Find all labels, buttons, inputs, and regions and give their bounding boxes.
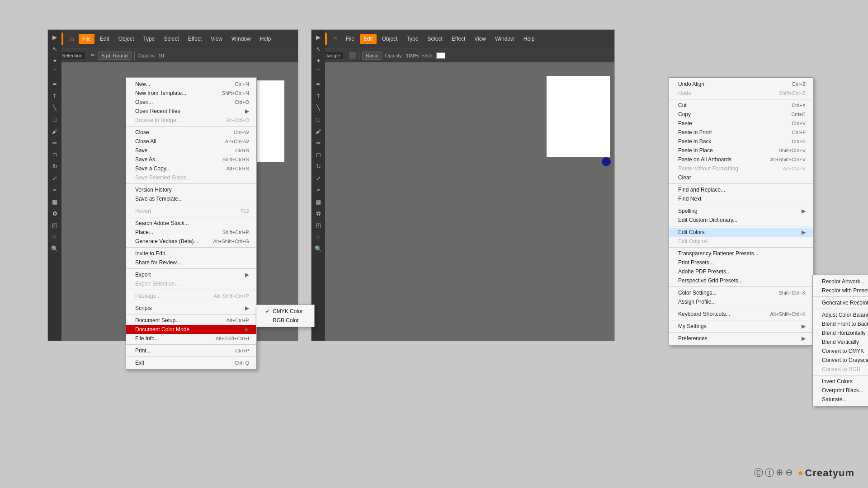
tool-rotate[interactable]: ↻ (49, 161, 60, 172)
menu-edit-left[interactable]: Edit (96, 34, 113, 44)
tool-symbol[interactable]: ✿ (49, 208, 60, 219)
tool-graph[interactable]: ▦ (49, 196, 60, 207)
edit-item-find-replace[interactable]: Find and Replace... (669, 185, 813, 194)
menu-window-left[interactable]: Window (228, 34, 255, 44)
menu-item-file-info[interactable]: File Info... Alt+Shift+Ctrl+I (126, 334, 256, 343)
ec-recolor-preset[interactable]: Recolor with Preset ▶ (813, 286, 868, 295)
edit-item-perspective-presets[interactable]: Perspective Grid Presets... (669, 276, 813, 285)
tool-type[interactable]: T (49, 90, 60, 101)
ec-convert-grayscale[interactable]: Convert to Grayscale (813, 356, 868, 365)
menu-item-new-template[interactable]: New from Template... Shift+Ctrl+N (126, 89, 256, 98)
edit-item-paste-artboards[interactable]: Paste on All Artboards Alt+Shift+Ctrl+V (669, 155, 813, 164)
menu-type-left[interactable]: Type (139, 34, 158, 44)
tool-rect[interactable]: □ (49, 114, 60, 125)
edit-item-cut[interactable]: Cut Ctrl+X (669, 101, 813, 110)
menu-item-scripts[interactable]: Scripts ▶ (126, 304, 256, 313)
submenu-cmyk[interactable]: ✓ CMYK Color (256, 307, 314, 316)
r-tool-zoom[interactable]: 🔍 (313, 243, 324, 254)
edit-item-print-presets[interactable]: Print Presets... (669, 258, 813, 267)
r-tool-eraser[interactable]: ◻ (313, 149, 324, 160)
fill-color-swatch[interactable] (349, 52, 356, 59)
menu-help-right[interactable]: Help (520, 34, 538, 44)
r-tool-pen[interactable]: ✒ (313, 79, 324, 89)
menu-type-right[interactable]: Type (403, 34, 422, 44)
r-tool-scale[interactable]: ⤢ (313, 173, 324, 183)
submenu-rgb[interactable]: ✓ RGB Color (256, 316, 314, 325)
ec-blend-vertically[interactable]: Blend Vertically (813, 338, 868, 347)
edit-item-find-next[interactable]: Find Next (669, 194, 813, 203)
menu-item-document-setup[interactable]: Document Setup... Alt+Ctrl+P (126, 316, 256, 325)
edit-item-paste-back[interactable]: Paste in Back Ctrl+B (669, 137, 813, 146)
r-tool-symbol[interactable]: ✿ (313, 208, 324, 219)
menu-item-exit[interactable]: Exit Ctrl+Q (126, 358, 256, 367)
home-icon-right[interactable]: ⌂ (330, 35, 340, 43)
tool-pencil[interactable]: ✏ (49, 137, 60, 148)
menu-effect-right[interactable]: Effect (448, 34, 469, 44)
menu-item-save-template[interactable]: Save as Template... (126, 194, 256, 203)
menu-item-save-copy[interactable]: Save a Copy... Alt+Ctrl+S (126, 164, 256, 173)
tool-hand[interactable]: ☞ (49, 231, 60, 242)
menu-item-save-as[interactable]: Save As... Shift+Ctrl+S (126, 155, 256, 164)
edit-item-spelling[interactable]: Spelling ▶ (669, 206, 813, 216)
r-tool-graph[interactable]: ▦ (313, 196, 324, 207)
menu-window-right[interactable]: Window (491, 34, 518, 44)
menu-item-save[interactable]: Save Ctrl+S (126, 146, 256, 155)
menu-item-new[interactable]: New... Ctrl+N (126, 80, 256, 89)
edit-item-assign-profile[interactable]: Assign Profile... (669, 297, 813, 306)
r-tool-slice[interactable]: ◰ (313, 220, 324, 230)
menu-item-invite[interactable]: Invite to Edit... (126, 249, 256, 258)
edit-item-custom-dict[interactable]: Edit Custom Dictionary... (669, 216, 813, 225)
menu-item-version-history[interactable]: Version History (126, 185, 256, 194)
menu-file-right[interactable]: File (342, 34, 358, 44)
tool-warp[interactable]: ≈ (49, 184, 60, 195)
tool-magic-wand[interactable]: ✦ (49, 55, 60, 66)
tool-slice[interactable]: ◰ (49, 220, 60, 230)
ec-blend-horizontally[interactable]: Blend Horizontally (813, 328, 868, 338)
menu-item-generate-vectors[interactable]: Generate Vectors (Beta)... Alt+Shift+Ctr… (126, 237, 256, 246)
menu-item-print[interactable]: Print... Ctrl+P (126, 346, 256, 355)
menu-item-share-review[interactable]: Share for Review... (126, 258, 256, 267)
edit-item-color-settings[interactable]: Color Settings... Shift+Ctrl+K (669, 288, 813, 297)
ec-generative-recolor[interactable]: Generative Recolor (813, 298, 868, 307)
menu-item-place[interactable]: Place... Shift+Ctrl+P (126, 228, 256, 237)
r-tool-hand[interactable]: ☞ (313, 231, 324, 242)
tool-scale[interactable]: ⤢ (49, 173, 60, 183)
ec-adjust-color[interactable]: Adjust Color Balance... (813, 310, 868, 319)
brush-size-left[interactable]: 5 pt. Round (98, 52, 132, 60)
menu-item-document-color-mode[interactable]: Document Color Mode ▶ (126, 325, 256, 334)
edit-item-paste-place[interactable]: Paste in Place Shift+Ctrl+V (669, 146, 813, 155)
r-tool-type[interactable]: T (313, 90, 324, 101)
ec-overprint-black[interactable]: Overprint Black... (813, 386, 868, 395)
ec-saturate[interactable]: Saturate... (813, 395, 868, 404)
edit-item-undo[interactable]: Undo Align Ctrl+Z (669, 80, 813, 89)
ec-invert-colors[interactable]: Invert Colors (813, 377, 868, 386)
tool-select[interactable]: ▶ (49, 32, 60, 42)
edit-item-edit-colors[interactable]: Edit Colors ▶ (669, 228, 813, 237)
edit-item-transparency-presets[interactable]: Transparency Flattener Presets... (669, 249, 813, 258)
edit-item-pdf-presets[interactable]: Adobe PDF Presets... (669, 267, 813, 276)
tool-paintbrush[interactable]: 🖌 (49, 126, 60, 136)
menu-help-left[interactable]: Help (256, 34, 275, 44)
edit-item-preferences[interactable]: Preferences ▶ (669, 334, 813, 343)
edit-item-paste[interactable]: Paste Ctrl+V (669, 119, 813, 128)
menu-object-left[interactable]: Object (115, 34, 138, 44)
tool-zoom[interactable]: 🔍 (49, 243, 60, 254)
tool-pen[interactable]: ✒ (49, 79, 60, 89)
edit-item-copy[interactable]: Copy Ctrl+C (669, 110, 813, 119)
r-tool-line[interactable]: ╲ (313, 102, 324, 113)
ec-blend-front-back[interactable]: Blend Front to Back (813, 319, 868, 328)
menu-item-export[interactable]: Export ▶ (126, 270, 256, 279)
menu-item-adobe-stock[interactable]: Search Adobe Stock... (126, 219, 256, 228)
menu-item-open[interactable]: Open... Ctrl+O (126, 98, 256, 107)
home-icon-left[interactable]: ⌂ (67, 35, 77, 43)
r-tool-rotate[interactable]: ↻ (313, 161, 324, 172)
edit-item-my-settings[interactable]: My Settings ▶ (669, 322, 813, 331)
tool-line[interactable]: ╲ (49, 102, 60, 113)
edit-item-keyboard-shortcuts[interactable]: Keyboard Shortcuts... Alt+Shift+Ctrl+K (669, 310, 813, 319)
edit-item-paste-front[interactable]: Paste in Front Ctrl+F (669, 128, 813, 137)
menu-item-close-all[interactable]: Close All Alt+Ctrl+W (126, 137, 256, 146)
menu-select-left[interactable]: Select (160, 34, 182, 44)
tool-direct-select[interactable]: ↖ (49, 43, 60, 54)
edit-item-clear[interactable]: Clear (669, 173, 813, 182)
menu-view-left[interactable]: View (207, 34, 226, 44)
